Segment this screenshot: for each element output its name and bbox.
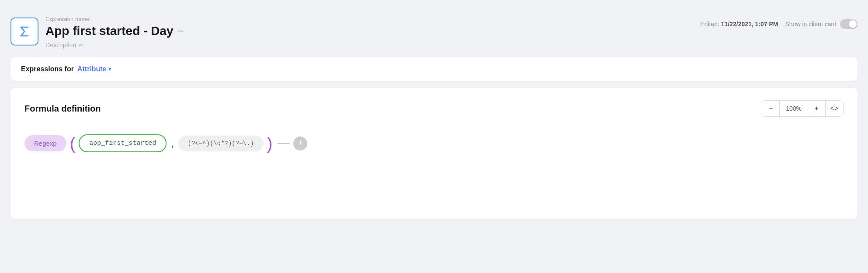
description-label: Description — [45, 42, 76, 49]
show-client-card: Show in client card — [785, 19, 858, 29]
chevron-down-icon: ▾ — [108, 66, 111, 72]
sigma-icon-wrapper — [10, 18, 38, 46]
description-edit-icon[interactable]: ✏ — [79, 42, 83, 49]
show-client-card-toggle[interactable] — [840, 19, 858, 29]
formula-section: Formula definition − 100% + <> Regexp ( … — [10, 88, 858, 219]
pattern-pill: (?<=^)(\d*?)(?=\.) — [178, 136, 264, 151]
header-section: Expression name App first started - Day … — [10, 9, 858, 57]
connector-line — [278, 143, 290, 144]
formula-expression-row: Regexp ( app_first_started , (?<=^)(\d*?… — [24, 134, 844, 152]
attribute-dropdown[interactable]: Attribute ▾ — [77, 65, 111, 73]
app-first-started-pill[interactable]: app_first_started — [79, 134, 167, 152]
formula-title: Formula definition — [24, 104, 101, 114]
close-paren: ) — [267, 135, 273, 152]
edited-label: Edited: 11/22/2021, 1:07 PM — [700, 21, 778, 28]
attribute-label: Attribute — [77, 65, 107, 73]
description-row: Description ✏ — [45, 42, 184, 49]
expressions-for-label: Expressions for — [21, 65, 74, 73]
regexp-pill: Regexp — [24, 135, 66, 151]
header-right: Edited: 11/22/2021, 1:07 PM Show in clie… — [700, 16, 858, 29]
comma-separator: , — [171, 138, 174, 149]
zoom-minus-button[interactable]: − — [762, 101, 780, 116]
add-expression-button[interactable]: + — [293, 136, 307, 150]
zoom-plus-button[interactable]: + — [808, 101, 826, 116]
show-client-card-label: Show in client card — [785, 21, 837, 28]
expression-name-label: Expression name — [45, 16, 184, 22]
zoom-expand-button[interactable]: <> — [826, 101, 843, 116]
formula-header: Formula definition − 100% + <> — [24, 100, 844, 117]
title-edit-icon[interactable]: ✏ — [178, 27, 184, 35]
expression-title-row: App first started - Day ✏ — [45, 24, 184, 38]
sigma-icon — [17, 24, 32, 39]
expression-title: App first started - Day — [45, 24, 174, 38]
edited-date: 11/22/2021, 1:07 PM — [721, 21, 778, 28]
expressions-bar: Expressions for Attribute ▾ — [10, 57, 858, 81]
header-left: Expression name App first started - Day … — [10, 16, 184, 49]
zoom-controls: − 100% + <> — [762, 100, 844, 117]
open-paren: ( — [70, 135, 76, 152]
add-expression-group: + — [278, 136, 307, 150]
zoom-level-display: 100% — [780, 101, 808, 116]
header-text: Expression name App first started - Day … — [45, 16, 184, 49]
